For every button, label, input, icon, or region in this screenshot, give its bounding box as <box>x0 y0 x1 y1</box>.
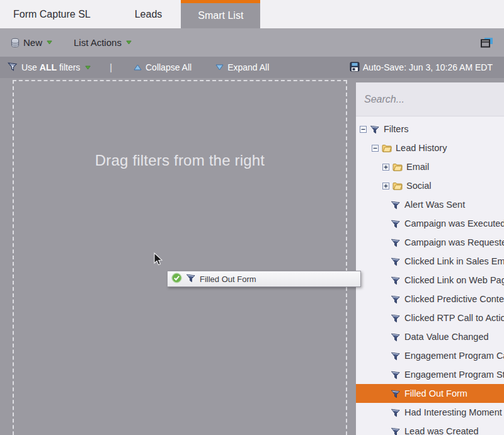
new-button-label: New <box>23 37 42 48</box>
tree-item-email[interactable]: Email <box>356 157 504 176</box>
tree-item-label: Engagement Program Cadence <box>404 351 504 361</box>
filter-funnel-icon <box>391 351 401 361</box>
main-toolbar: New List Actions <box>0 28 504 57</box>
folder-icon <box>392 162 403 172</box>
tree-item-engagement-program-stream[interactable]: Engagement Program Stream <box>356 365 504 384</box>
tree-item-label: Alert Was Sent <box>404 200 465 210</box>
expand-all-button[interactable]: Expand All <box>215 62 269 72</box>
filter-funnel-icon <box>391 332 401 342</box>
filter-funnel-icon <box>370 125 380 134</box>
tab-form-capture-sl[interactable]: Form Capture SL <box>0 0 116 28</box>
tree-item-label: Had Interesting Moment <box>404 407 502 417</box>
filter-drop-zone[interactable]: Drag filters from the right <box>13 80 347 435</box>
collapse-all-button[interactable]: Collapse All <box>134 62 192 72</box>
tree-item-campaign-was-requested[interactable]: Campaign was Requested <box>356 233 504 252</box>
filter-tree: FiltersLead HistoryEmailSocialAlert Was … <box>356 116 504 435</box>
filter-funnel-icon <box>391 276 401 285</box>
list-actions-button[interactable]: List Actions <box>74 37 132 48</box>
tree-item-data-value-changed[interactable]: Data Value Changed <box>356 327 504 346</box>
tree-item-lead-was-created[interactable]: Lead was Created <box>356 422 504 435</box>
use-all-filters-label: Use ALL filters <box>21 62 80 72</box>
tree-item-label: Clicked Predictive Content <box>404 294 504 304</box>
tab-leads[interactable]: Leads <box>116 0 181 28</box>
tree-item-alert-was-sent[interactable]: Alert Was Sent <box>356 195 504 214</box>
filter-funnel-icon <box>8 62 18 73</box>
folder-icon <box>392 181 403 191</box>
tree-item-had-interesting-moment[interactable]: Had Interesting Moment <box>356 403 504 422</box>
filter-funnel-icon <box>391 408 401 417</box>
workspace: Drag filters from the right FiltersLead … <box>0 78 504 435</box>
tree-item-social[interactable]: Social <box>356 176 504 195</box>
tree-item-label: Clicked Link in Sales Email <box>404 256 504 266</box>
filter-funnel-icon <box>391 219 401 229</box>
collapse-node-icon[interactable] <box>372 145 379 152</box>
drop-allowed-icon <box>171 273 182 286</box>
filter-funnel-icon <box>391 238 401 247</box>
tree-item-label: Engagement Program Stream <box>404 370 504 380</box>
collapse-node-icon[interactable] <box>360 126 367 133</box>
filter-funnel-icon <box>391 314 401 323</box>
folder-icon <box>382 144 392 153</box>
window-view-icon[interactable] <box>480 37 494 48</box>
tree-item-campaign-was-executed[interactable]: Campaign was Executed <box>356 214 504 233</box>
toolbar-separator: | <box>110 62 112 72</box>
use-all-filters-button[interactable]: Use ALL filters <box>8 62 91 73</box>
tab-label: Form Capture SL <box>13 9 91 20</box>
filter-funnel-icon <box>391 427 401 435</box>
tree-item-engagement-program-cadence[interactable]: Engagement Program Cadence <box>356 346 504 365</box>
filter-funnel-icon <box>391 389 401 398</box>
filter-toolbar: Use ALL filters | Collapse All Expand Al… <box>0 57 504 78</box>
tree-item-filters[interactable]: Filters <box>356 120 504 138</box>
filter-palette-panel: FiltersLead HistoryEmailSocialAlert Was … <box>356 82 504 435</box>
tree-item-label: Clicked Link on Web Page <box>404 275 504 285</box>
tree-item-clicked-link-on-web-page[interactable]: Clicked Link on Web Page <box>356 271 504 290</box>
tree-item-lead-history[interactable]: Lead History <box>356 138 504 157</box>
filter-funnel-icon <box>186 273 196 285</box>
triangle-up-icon <box>134 64 142 71</box>
drag-ghost-filled-out-form[interactable]: Filled Out Form <box>167 271 361 287</box>
tree-item-label: Social <box>406 181 432 191</box>
filter-funnel-icon <box>391 370 401 380</box>
new-button[interactable]: New <box>10 37 52 48</box>
filter-funnel-icon <box>391 295 401 304</box>
active-tab-accent-strip <box>181 0 260 3</box>
tab-label: Leads <box>135 9 163 20</box>
expand-all-label: Expand All <box>227 62 269 72</box>
drag-ghost-label: Filled Out Form <box>200 274 256 284</box>
database-icon <box>10 38 20 48</box>
tree-item-label: Email <box>406 162 429 172</box>
tab-bar: Form Capture SL Leads Smart List <box>0 0 504 28</box>
expand-node-icon[interactable] <box>382 164 389 171</box>
mouse-cursor <box>153 252 165 266</box>
autosave-label: Auto-Save: Jun 3, 10:26 AM EDT <box>363 62 493 72</box>
tree-item-clicked-link-in-sales-email[interactable]: Clicked Link in Sales Email <box>356 252 504 271</box>
list-actions-label: List Actions <box>74 37 122 48</box>
tree-item-clicked-rtp-call-to-action[interactable]: Clicked RTP Call to Action <box>356 308 504 327</box>
collapse-all-label: Collapse All <box>146 62 192 72</box>
chevron-down-icon <box>126 40 132 45</box>
expand-node-icon[interactable] <box>382 183 389 189</box>
tree-item-label: Lead History <box>396 143 447 153</box>
triangle-down-icon <box>215 64 224 71</box>
smart-list-window: Form Capture SL Leads Smart List New Lis… <box>0 0 504 435</box>
tree-item-label: Filters <box>384 124 408 134</box>
tree-item-label: Filled Out Form <box>404 388 467 398</box>
autosave-status: Auto-Save: Jun 3, 10:26 AM EDT <box>350 62 493 74</box>
search-band <box>356 82 504 116</box>
chevron-down-icon <box>47 40 52 45</box>
tab-label: Smart List <box>198 10 243 21</box>
tree-item-label: Lead was Created <box>404 426 479 435</box>
tree-item-label: Clicked RTP Call to Action <box>404 313 504 323</box>
filter-funnel-icon <box>391 257 401 266</box>
chevron-down-icon <box>85 65 91 70</box>
tree-item-label: Campaign was Requested <box>404 237 504 247</box>
tree-item-filled-out-form[interactable]: Filled Out Form <box>356 384 504 403</box>
save-floppy-icon <box>350 62 360 74</box>
tab-smart-list[interactable]: Smart List <box>181 0 260 28</box>
tree-item-label: Campaign was Executed <box>404 218 504 229</box>
tree-item-label: Data Value Changed <box>404 332 489 342</box>
drop-zone-hint: Drag filters from the right <box>14 152 346 169</box>
search-input[interactable] <box>356 94 490 105</box>
filter-funnel-icon <box>391 200 401 210</box>
tree-item-clicked-predictive-content[interactable]: Clicked Predictive Content <box>356 290 504 308</box>
